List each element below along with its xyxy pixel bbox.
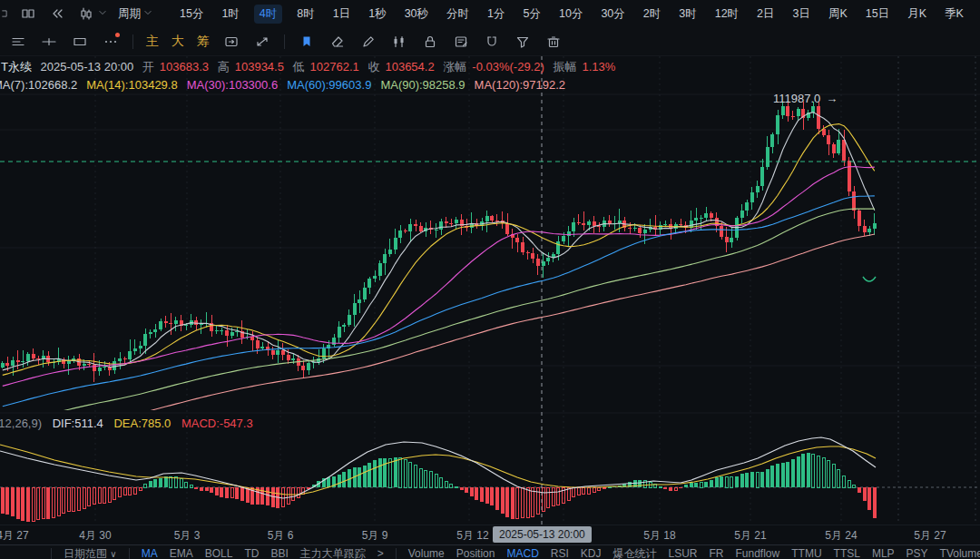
- indicator-FR[interactable]: FR: [710, 547, 724, 559]
- chart-style-dropdown[interactable]: [77, 5, 107, 23]
- timeframe-5分[interactable]: 5分: [520, 5, 544, 24]
- axis-label: 5月 9: [362, 528, 388, 544]
- divider: [284, 34, 285, 49]
- partial-icon[interactable]: [0, 5, 8, 23]
- timeframe-8时[interactable]: 8时: [293, 5, 318, 24]
- timeframe-30分[interactable]: 30分: [597, 5, 628, 24]
- trading-app: 周期 15分1时4时8时1日1秒30秒分时1分5分10分30分2时3时12时2日…: [0, 0, 980, 559]
- period-dropdown[interactable]: 周期: [118, 6, 152, 22]
- axis-label: 4月 30: [79, 528, 111, 544]
- timeframe-3时[interactable]: 3时: [675, 5, 700, 24]
- divider: [129, 548, 130, 559]
- timeframe-1日[interactable]: 1日: [329, 5, 354, 24]
- lock-icon[interactable]: [421, 33, 439, 51]
- overlay-TD[interactable]: TD: [244, 547, 259, 559]
- trash-icon[interactable]: [544, 33, 563, 51]
- timeframe-list: 15分1时4时8时1日1秒30秒分时1分5分10分30分2时3时12时2日3日周…: [176, 5, 980, 24]
- divider: [132, 34, 133, 49]
- axis-label: 4月 27: [0, 528, 29, 544]
- draw-icon[interactable]: [359, 33, 377, 51]
- chip-distribution-label[interactable]: 筹: [197, 34, 210, 50]
- timeframe-4时[interactable]: 4时: [254, 5, 282, 24]
- indicator-TTMU[interactable]: TTMU: [791, 547, 821, 559]
- timeframe-12时[interactable]: 12时: [711, 5, 742, 24]
- chevron-down-icon: [98, 7, 107, 20]
- timeframe-3日[interactable]: 3日: [789, 5, 814, 24]
- rectangle-tool-icon[interactable]: [71, 33, 89, 51]
- layout-grid-icon[interactable]: [19, 5, 37, 23]
- crosshair-date-badge: 2025-05-13 20:00: [493, 526, 592, 543]
- time-axis: 4月 274月 305月 35月 65月 95月 125月 155月 185月 …: [0, 525, 980, 544]
- axis-label: 5月 27: [914, 528, 946, 544]
- timeframe-月K[interactable]: 月K: [904, 5, 930, 24]
- timeframe-1秒[interactable]: 1秒: [365, 5, 389, 24]
- compare-icon[interactable]: [253, 33, 271, 51]
- axis-label: 5月 12: [456, 528, 488, 544]
- topbar: 周期 15分1时4时8时1日1秒30秒分时1分5分10分30分2时3时12时2日…: [0, 0, 980, 27]
- drawing-toolbar: 主大筹: [0, 27, 980, 56]
- timeframe-15分[interactable]: 15分: [176, 5, 207, 24]
- divider: [51, 548, 52, 559]
- candle-style-icon: [77, 5, 95, 23]
- indicator-Fundflow[interactable]: Fundflow: [736, 547, 780, 559]
- overlay-MA[interactable]: MA: [142, 547, 158, 559]
- indicator-PSY[interactable]: PSY: [906, 547, 928, 559]
- more-tools-icon[interactable]: [102, 33, 120, 51]
- candlestick-chart[interactable]: [0, 56, 980, 525]
- indicator-bar: 日期范围 ∨MAEMABOLLTDBBI主力大单跟踪>VolumePositio…: [0, 544, 980, 559]
- timeframe-15日[interactable]: 15日: [862, 5, 893, 24]
- chart-region: T永续 2025-05-13 20:00 开103683.3 高103934.5…: [0, 56, 980, 544]
- date-range-dropdown[interactable]: 日期范围 ∨: [64, 547, 117, 559]
- indicator-RSI[interactable]: RSI: [551, 547, 569, 559]
- big-chart-label[interactable]: 大: [172, 34, 184, 50]
- timeframe-10分[interactable]: 10分: [555, 5, 586, 24]
- indicator-MLP[interactable]: MLP: [872, 547, 895, 559]
- crosshair-icon[interactable]: [40, 33, 58, 51]
- filter-icon[interactable]: [514, 33, 532, 51]
- overlay-BOLL[interactable]: BOLL: [205, 547, 233, 559]
- axis-label: 5月 21: [734, 528, 766, 544]
- axis-label: 5月 6: [268, 528, 294, 544]
- pattern-icon[interactable]: [390, 33, 408, 51]
- overlay-EMA[interactable]: EMA: [170, 547, 193, 559]
- notification-dot: [115, 33, 120, 37]
- overlays-more-arrow[interactable]: >: [377, 547, 384, 559]
- indicator-爆仓统计[interactable]: 爆仓统计: [613, 547, 657, 559]
- indicator-Position[interactable]: Position: [456, 547, 495, 559]
- overlay-主力大单跟踪[interactable]: 主力大单跟踪: [300, 547, 366, 559]
- indicator-TVolume[interactable]: TVolume: [940, 547, 980, 559]
- indicator-LSUR[interactable]: LSUR: [669, 547, 698, 559]
- rewind-icon[interactable]: [48, 5, 66, 23]
- timeframe-2时[interactable]: 2时: [640, 5, 664, 24]
- indicator-KDJ[interactable]: KDJ: [581, 547, 602, 559]
- eraser-icon[interactable]: [328, 33, 347, 51]
- timeframe-季K[interactable]: 季K: [941, 5, 967, 24]
- axis-label: 5月 24: [825, 528, 857, 544]
- timeframe-1时[interactable]: 1时: [218, 5, 242, 24]
- timeframe-2日[interactable]: 2日: [753, 5, 778, 24]
- indicator-Volume[interactable]: Volume: [408, 547, 445, 559]
- chevron-down-icon: ∨: [110, 549, 116, 559]
- replay-icon[interactable]: [222, 33, 240, 51]
- magnet-icon[interactable]: [483, 33, 501, 51]
- chevron-down-icon: [143, 7, 152, 20]
- overlay-BBI[interactable]: BBI: [270, 547, 288, 559]
- main-chart-label[interactable]: 主: [146, 34, 159, 50]
- topbar-left: 周期: [0, 5, 152, 23]
- timeframe-周K[interactable]: 周K: [825, 5, 851, 24]
- divider: [396, 548, 397, 559]
- order-note-icon[interactable]: [452, 33, 470, 51]
- timeframe-30秒[interactable]: 30秒: [401, 5, 432, 24]
- timeframe-1分[interactable]: 1分: [484, 5, 508, 24]
- bookmark-icon[interactable]: [298, 33, 316, 51]
- axis-label: 5月 3: [174, 528, 201, 544]
- period-label: 周期: [118, 6, 141, 22]
- axis-label: 5月 18: [643, 528, 675, 544]
- menu-icon[interactable]: [9, 33, 27, 51]
- indicator-TTSL[interactable]: TTSL: [834, 547, 860, 559]
- timeframe-分时[interactable]: 分时: [443, 5, 473, 24]
- indicator-MACD[interactable]: MACD: [506, 547, 538, 559]
